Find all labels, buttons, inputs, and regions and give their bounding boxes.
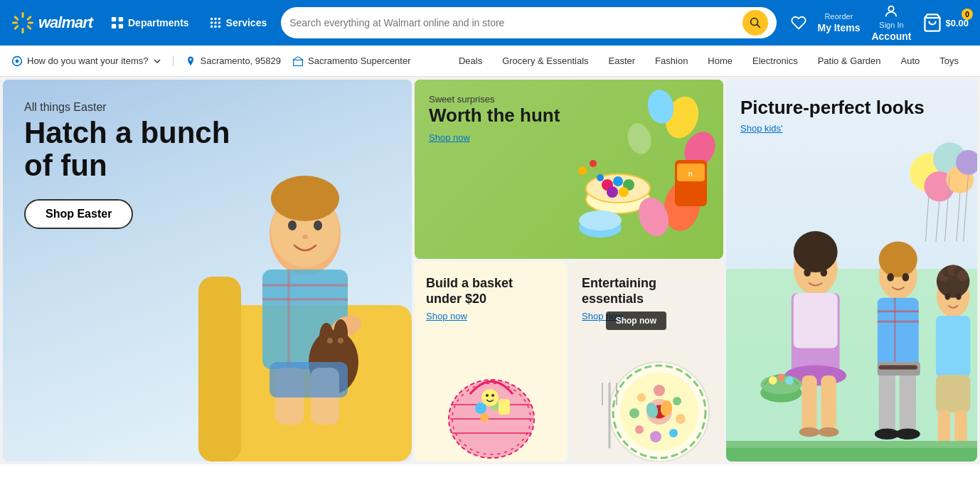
- candy-hunt-panel: Sweet surprises Worth the hunt Shop now: [415, 80, 723, 259]
- nav-auto[interactable]: Auto: [891, 46, 930, 77]
- shop-easter-button[interactable]: Shop Easter: [24, 199, 133, 229]
- services-icon: [209, 16, 222, 29]
- svg-rect-132: [878, 310, 919, 312]
- svg-point-13: [214, 18, 217, 21]
- svg-rect-138: [879, 366, 917, 370]
- svg-rect-6: [14, 25, 19, 31]
- svg-line-111: [936, 201, 939, 241]
- svg-point-120: [799, 427, 820, 437]
- services-button[interactable]: Services: [203, 14, 273, 32]
- svg-point-62: [578, 166, 587, 175]
- svg-point-40: [327, 338, 333, 343]
- svg-rect-160: [726, 441, 977, 448]
- sign-in-button[interactable]: Sign In Account: [871, 4, 911, 42]
- svg-point-123: [804, 268, 811, 277]
- svg-point-94: [637, 393, 646, 402]
- svg-text:R: R: [688, 171, 693, 178]
- svg-point-158: [956, 293, 962, 300]
- svg-rect-28: [294, 60, 303, 65]
- fashion-shop-link[interactable]: Shop kids': [740, 123, 963, 134]
- person-icon: [883, 4, 899, 19]
- nav-electronics[interactable]: Electronics: [742, 46, 808, 77]
- walmart-logo[interactable]: walmart: [11, 11, 97, 34]
- fashion-title: Picture-perfect looks: [740, 97, 963, 119]
- svg-rect-5: [26, 16, 32, 21]
- shop-now-badge[interactable]: Shop now: [606, 311, 666, 330]
- svg-point-14: [218, 18, 220, 21]
- chevron-down-icon: [153, 57, 161, 65]
- svg-point-20: [218, 26, 220, 28]
- wishlist-button[interactable]: [791, 15, 806, 31]
- svg-rect-119: [794, 293, 838, 348]
- candy-hunt-shop-link[interactable]: Shop now: [429, 132, 709, 143]
- nav-home[interactable]: Home: [698, 46, 742, 77]
- svg-point-140: [895, 429, 920, 440]
- svg-rect-7: [26, 25, 32, 31]
- basket-illustration: [435, 355, 548, 462]
- departments-button[interactable]: Departments: [105, 14, 195, 32]
- svg-point-46: [302, 235, 308, 239]
- svg-line-22: [757, 24, 760, 27]
- delivery-icon: [11, 55, 23, 67]
- svg-point-88: [673, 397, 681, 405]
- nav-grocery[interactable]: Grocery & Essentials: [492, 46, 598, 77]
- svg-point-17: [218, 21, 220, 24]
- svg-point-121: [819, 427, 839, 437]
- svg-point-19: [214, 26, 217, 28]
- svg-rect-0: [22, 12, 24, 18]
- svg-point-64: [597, 174, 604, 181]
- svg-point-93: [629, 408, 639, 418]
- svg-point-89: [676, 414, 686, 424]
- fashion-panel: Picture-perfect looks Shop kids': [726, 80, 977, 462]
- basket-panel: Build a basket under $20 Shop now: [415, 262, 568, 462]
- svg-line-109: [925, 192, 929, 242]
- svg-rect-146: [936, 375, 970, 412]
- search-button[interactable]: [742, 10, 768, 36]
- delivery-selector[interactable]: How do you want your items?: [11, 55, 174, 67]
- svg-rect-35: [287, 270, 290, 369]
- nav-toys[interactable]: Toys: [930, 46, 969, 77]
- store-icon: [292, 55, 304, 67]
- search-input[interactable]: [289, 17, 736, 28]
- basket-title: Build a basket under $20: [426, 276, 556, 307]
- svg-point-59: [619, 187, 629, 197]
- svg-point-157: [945, 293, 951, 300]
- svg-point-127: [769, 376, 777, 385]
- svg-point-142: [887, 273, 894, 282]
- svg-point-57: [613, 176, 623, 186]
- nav-patio[interactable]: Patio & Garden: [808, 46, 891, 77]
- cart-button[interactable]: 0 $0.00: [922, 13, 969, 33]
- subheader-nav: How do you want your items? Sacramento, …: [0, 46, 980, 77]
- reorder-button[interactable]: Reorder My Items: [818, 12, 861, 33]
- svg-point-91: [650, 431, 661, 442]
- nav-fashion[interactable]: Fashion: [645, 46, 698, 77]
- svg-rect-2: [12, 22, 18, 24]
- hero-subtitle: All things Easter: [24, 101, 390, 114]
- svg-rect-30: [198, 277, 241, 462]
- svg-point-124: [820, 268, 827, 277]
- svg-point-80: [480, 413, 489, 422]
- svg-point-122: [794, 231, 838, 272]
- svg-point-70: [579, 211, 622, 230]
- nav-easter[interactable]: Easter: [599, 46, 646, 77]
- svg-line-112: [957, 193, 960, 242]
- svg-point-15: [210, 21, 213, 24]
- svg-rect-134: [894, 298, 896, 367]
- svg-rect-79: [499, 399, 510, 415]
- store-selector[interactable]: Sacramento Supercenter: [292, 55, 411, 67]
- svg-point-83: [491, 394, 494, 397]
- svg-point-41: [338, 338, 343, 343]
- svg-point-26: [16, 59, 19, 63]
- svg-point-90: [669, 429, 678, 437]
- svg-point-18: [210, 26, 213, 28]
- main-content: All things Easter Hatch a bunch of fun S…: [0, 77, 980, 464]
- svg-point-128: [778, 374, 785, 381]
- hero-text: All things Easter Hatch a bunch of fun S…: [24, 101, 390, 229]
- location-selector[interactable]: Sacramento, 95829: [185, 55, 281, 67]
- svg-point-16: [214, 21, 217, 24]
- svg-point-143: [902, 273, 910, 282]
- basket-shop-link[interactable]: Shop now: [426, 311, 556, 321]
- svg-point-141: [879, 242, 917, 277]
- svg-rect-131: [878, 298, 919, 367]
- nav-deals[interactable]: Deals: [449, 46, 492, 77]
